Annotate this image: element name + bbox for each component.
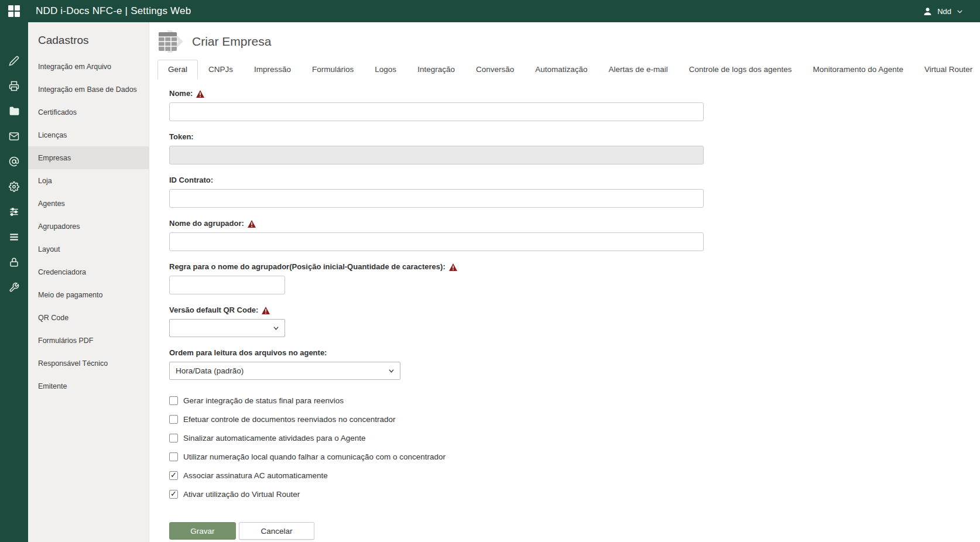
id-contrato-label: ID Contrato: xyxy=(169,176,980,185)
field-nome: Nome: xyxy=(169,89,980,121)
folder-open-icon[interactable] xyxy=(0,98,28,124)
sidebar-item-loja[interactable]: Loja xyxy=(28,169,149,192)
tab-integracao[interactable]: Integração xyxy=(407,60,465,80)
checkbox-efetuar-controle-documentos[interactable] xyxy=(169,415,178,424)
checkbox-ativar-virtual-router[interactable] xyxy=(169,490,178,499)
user-icon xyxy=(923,6,933,16)
option-row: Associar assinatura AC automaticamente xyxy=(169,466,980,485)
required-warning-icon xyxy=(196,90,204,98)
tab-formularios[interactable]: Formulários xyxy=(301,60,364,80)
ordem-leitura-label: Ordem para leitura dos arquivos no agent… xyxy=(169,348,980,358)
option-row: Sinalizar automaticamente atividades par… xyxy=(169,428,980,447)
regra-agrupador-label: Regra para o nome do agrupador(Posição i… xyxy=(169,262,980,272)
nome-do-agrupador-input[interactable] xyxy=(169,232,704,251)
topbar: NDD i-Docs NFC-e | Settings Web Ndd xyxy=(0,0,980,22)
tab-monitoramento-do-agente[interactable]: Monitoramento do Agente xyxy=(802,60,914,80)
icon-rail xyxy=(0,22,28,542)
versao-qr-code-label: Versão default QR Code: xyxy=(169,306,980,315)
checkbox-associar-assinatura-ac[interactable] xyxy=(169,471,178,480)
mail-icon[interactable] xyxy=(0,124,28,149)
tab-virtual-router[interactable]: Virtual Router xyxy=(914,60,980,80)
main-content: Criar Empresa Geral CNPJs Impressão Form… xyxy=(149,22,980,542)
token-label: Token: xyxy=(169,132,980,142)
sidebar-item-empresas[interactable]: Empresas xyxy=(28,146,149,169)
sidebar-item-agentes[interactable]: Agentes xyxy=(28,192,149,215)
create-company-form: Nome: Token: ID Contrato: Nome do agrupa… xyxy=(157,89,980,540)
app-logo-icon[interactable] xyxy=(0,5,28,17)
sidebar-item-formularios-pdf[interactable]: Formulários PDF xyxy=(28,329,149,352)
options-group: Gerar integração de status final para re… xyxy=(169,391,980,503)
wrench-icon[interactable] xyxy=(0,275,28,300)
checkbox-sinalizar-atividades-agente[interactable] xyxy=(169,434,178,442)
chevron-down-icon xyxy=(956,8,964,15)
chevron-down-icon xyxy=(273,325,279,331)
checkbox-utilizar-numeracao-local[interactable] xyxy=(169,452,178,461)
sidebar-item-layout[interactable]: Layout xyxy=(28,238,149,260)
token-input xyxy=(169,146,704,164)
checkbox-label: Ativar utilização do Virtual Router xyxy=(183,490,300,499)
gear-icon[interactable] xyxy=(0,174,28,199)
tab-alertas-de-email[interactable]: Alertas de e-mail xyxy=(598,60,679,80)
app-title: NDD i-Docs NFC-e | Settings Web xyxy=(36,5,191,17)
checkbox-label: Sinalizar automaticamente atividades par… xyxy=(183,434,365,442)
sidebar-item-integracao-em-arquivo[interactable]: Integração em Arquivo xyxy=(28,55,149,78)
field-nome-do-agrupador: Nome do agrupador: xyxy=(169,219,980,251)
regra-agrupador-input[interactable] xyxy=(169,276,285,294)
tab-impressao[interactable]: Impressão xyxy=(244,60,301,80)
page-title: Criar Empresa xyxy=(192,35,271,49)
cancel-button[interactable]: Cancelar xyxy=(239,522,314,540)
required-warning-icon xyxy=(262,307,270,314)
checkbox-label: Associar assinatura AC automaticamente xyxy=(183,471,328,480)
printer-icon[interactable] xyxy=(0,73,28,98)
tab-geral[interactable]: Geral xyxy=(157,60,198,80)
ordem-leitura-value: Hora/Data (padrão) xyxy=(176,366,244,375)
versao-qr-code-select[interactable] xyxy=(169,319,285,337)
checkbox-gerar-integracao-status-final[interactable] xyxy=(169,396,178,405)
option-row: Efetuar controle de documentos reenviado… xyxy=(169,410,980,428)
option-row: Ativar utilização do Virtual Router xyxy=(169,485,980,503)
sidebar-item-meio-de-pagamento[interactable]: Meio de pagamento xyxy=(28,283,149,306)
ordem-leitura-select[interactable]: Hora/Data (padrão) xyxy=(169,362,400,380)
chevron-down-icon xyxy=(388,368,395,374)
pen-icon[interactable] xyxy=(0,48,28,73)
tab-bar: Geral CNPJs Impressão Formulários Logos … xyxy=(157,60,980,80)
sidebar-item-integracao-em-base-de-dados[interactable]: Integração em Base de Dados xyxy=(28,78,149,101)
page-header: Criar Empresa xyxy=(157,28,980,55)
field-versao-qr-code: Versão default QR Code: xyxy=(169,306,980,337)
tab-cnpjs[interactable]: CNPJs xyxy=(198,60,244,80)
save-button[interactable]: Gravar xyxy=(169,522,236,540)
sidebar-item-qr-code[interactable]: QR Code xyxy=(28,306,149,329)
sidebar: Cadastros Integração em Arquivo Integraç… xyxy=(28,22,149,542)
sliders-icon[interactable] xyxy=(0,199,28,224)
option-row: Utilizar numeração local quando falhar a… xyxy=(169,447,980,466)
field-regra-agrupador: Regra para o nome do agrupador(Posição i… xyxy=(169,262,980,294)
checkbox-label: Utilizar numeração local quando falhar a… xyxy=(183,452,446,461)
user-name: Ndd xyxy=(937,7,951,16)
tab-logos[interactable]: Logos xyxy=(364,60,407,80)
tab-conversao[interactable]: Conversão xyxy=(465,60,525,80)
lock-icon[interactable] xyxy=(0,249,28,275)
list-bars-icon[interactable] xyxy=(0,224,28,249)
sidebar-item-agrupadores[interactable]: Agrupadores xyxy=(28,215,149,238)
checkbox-label: Gerar integração de status final para re… xyxy=(183,396,344,405)
sidebar-title: Cadastros xyxy=(38,34,149,47)
required-warning-icon xyxy=(248,220,256,228)
option-row: Gerar integração de status final para re… xyxy=(169,391,980,410)
at-sign-icon[interactable] xyxy=(0,149,28,174)
field-id-contrato: ID Contrato: xyxy=(169,176,980,208)
company-grid-icon xyxy=(157,30,184,53)
user-menu[interactable]: Ndd xyxy=(923,6,964,16)
field-token: Token: xyxy=(169,132,980,164)
sidebar-item-emitente[interactable]: Emitente xyxy=(28,375,149,397)
tab-controle-de-logs-dos-agentes[interactable]: Controle de logs dos agentes xyxy=(679,60,803,80)
sidebar-item-responsavel-tecnico[interactable]: Responsável Técnico xyxy=(28,352,149,375)
sidebar-item-credenciadora[interactable]: Credenciadora xyxy=(28,260,149,283)
nome-input[interactable] xyxy=(169,102,704,121)
tab-automatizacao[interactable]: Automatização xyxy=(525,60,598,80)
field-ordem-leitura: Ordem para leitura dos arquivos no agent… xyxy=(169,348,980,380)
sidebar-item-certificados[interactable]: Certificados xyxy=(28,101,149,124)
id-contrato-input[interactable] xyxy=(169,189,704,208)
sidebar-item-licencas[interactable]: Licenças xyxy=(28,124,149,146)
checkbox-label: Efetuar controle de documentos reenviado… xyxy=(183,415,395,424)
nome-do-agrupador-label: Nome do agrupador: xyxy=(169,219,980,228)
